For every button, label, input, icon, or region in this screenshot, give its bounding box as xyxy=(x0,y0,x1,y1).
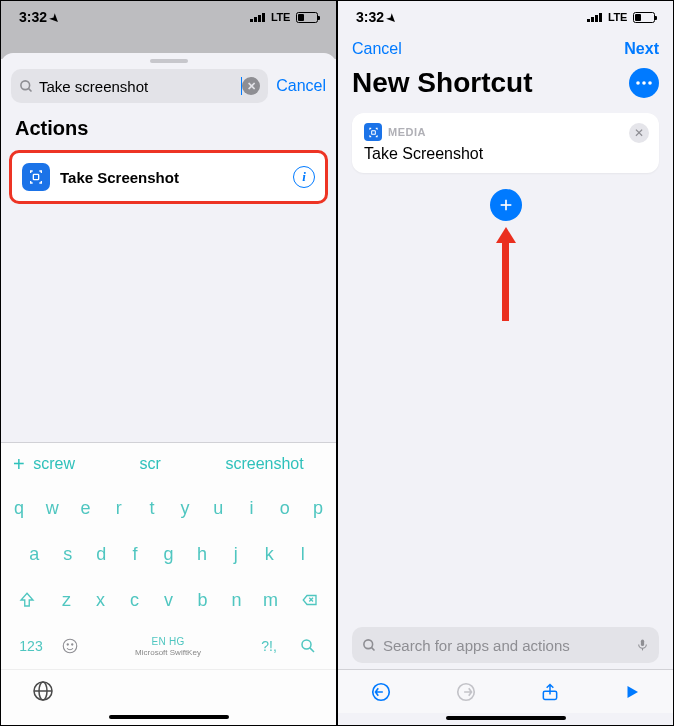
card-category: MEDIA xyxy=(388,126,426,138)
key-e[interactable]: e xyxy=(70,489,100,527)
globe-icon[interactable] xyxy=(31,679,55,703)
signal-bars-icon xyxy=(250,12,265,22)
search-actions-panel: 3:32➤ LTE Take screenshot ✕ Cancel Actio… xyxy=(0,0,337,726)
search-placeholder: Search for apps and actions xyxy=(383,637,570,654)
new-shortcut-panel: 3:32➤ LTE Cancel Next New Shortcut MEDIA… xyxy=(337,0,674,726)
keyboard[interactable]: + screw scr screenshot q w e r t y u i o… xyxy=(1,442,336,725)
suggestion-bar[interactable]: + screw scr screenshot xyxy=(1,443,336,485)
key-row-2: a s d f g h j k l xyxy=(1,531,336,577)
battery-icon xyxy=(633,12,655,23)
key-f[interactable]: f xyxy=(120,535,151,573)
shift-key[interactable] xyxy=(6,581,48,619)
next-button[interactable]: Next xyxy=(624,40,659,58)
screenshot-icon xyxy=(364,123,382,141)
key-m[interactable]: m xyxy=(255,581,286,619)
numeric-key[interactable]: 123 xyxy=(11,627,51,665)
svg-line-1 xyxy=(28,88,31,91)
keyboard-lang: EN HG xyxy=(151,636,184,647)
redo-icon xyxy=(455,681,477,703)
share-icon[interactable] xyxy=(540,681,560,703)
play-icon[interactable] xyxy=(623,683,641,701)
status-bar: 3:32➤ LTE xyxy=(338,1,673,33)
section-header: Actions xyxy=(1,111,336,148)
key-w[interactable]: w xyxy=(37,489,67,527)
suggestion-1[interactable]: screw xyxy=(33,455,75,473)
key-r[interactable]: r xyxy=(104,489,134,527)
remove-action-icon[interactable]: ✕ xyxy=(629,123,649,143)
cancel-button[interactable]: Cancel xyxy=(352,40,402,58)
location-icon: ➤ xyxy=(47,11,63,27)
battery-icon xyxy=(296,12,318,23)
emoji-key[interactable] xyxy=(54,627,85,665)
key-o[interactable]: o xyxy=(270,489,300,527)
status-bar: 3:32➤ LTE xyxy=(1,1,336,33)
key-c[interactable]: c xyxy=(119,581,150,619)
key-d[interactable]: d xyxy=(86,535,117,573)
key-row-1: q w e r t y u i o p xyxy=(1,485,336,531)
key-k[interactable]: k xyxy=(254,535,285,573)
clear-search-icon[interactable]: ✕ xyxy=(242,77,260,95)
key-p[interactable]: p xyxy=(303,489,333,527)
key-t[interactable]: t xyxy=(137,489,167,527)
key-s[interactable]: s xyxy=(53,535,84,573)
svg-line-7 xyxy=(310,648,314,652)
location-icon: ➤ xyxy=(384,11,400,27)
svg-point-5 xyxy=(71,644,72,645)
bottom-toolbar xyxy=(338,669,673,713)
search-text: Take screenshot xyxy=(39,78,242,95)
key-row-4: 123 EN HG Microsoft SwiftKey ?!, xyxy=(1,623,336,669)
key-y[interactable]: y xyxy=(170,489,200,527)
key-h[interactable]: h xyxy=(187,535,218,573)
key-z[interactable]: z xyxy=(51,581,82,619)
svg-point-11 xyxy=(636,81,640,85)
mic-icon[interactable] xyxy=(636,636,649,654)
undo-icon[interactable] xyxy=(370,681,392,703)
key-a[interactable]: a xyxy=(19,535,50,573)
suggestion-3[interactable]: screenshot xyxy=(225,455,303,473)
svg-point-6 xyxy=(302,640,311,649)
sheet-grabber[interactable] xyxy=(150,59,188,63)
key-n[interactable]: n xyxy=(221,581,252,619)
screenshot-icon xyxy=(22,163,50,191)
key-row-3: z x c v b n m xyxy=(1,577,336,623)
svg-rect-19 xyxy=(641,640,644,647)
svg-point-17 xyxy=(364,639,373,648)
title-bar: New Shortcut xyxy=(338,65,673,109)
info-icon[interactable]: i xyxy=(293,166,315,188)
svg-point-3 xyxy=(63,639,77,653)
key-b[interactable]: b xyxy=(187,581,218,619)
more-button[interactable] xyxy=(629,68,659,98)
key-v[interactable]: v xyxy=(153,581,184,619)
key-i[interactable]: i xyxy=(236,489,266,527)
key-l[interactable]: l xyxy=(287,535,318,573)
search-input[interactable]: Take screenshot ✕ xyxy=(11,69,268,103)
cancel-button[interactable]: Cancel xyxy=(276,77,326,95)
space-key[interactable]: EN HG Microsoft SwiftKey xyxy=(88,627,248,665)
key-g[interactable]: g xyxy=(153,535,184,573)
add-action-button[interactable] xyxy=(490,189,522,221)
home-indicator[interactable] xyxy=(446,716,566,720)
add-suggestion-icon[interactable]: + xyxy=(13,453,25,476)
action-take-screenshot[interactable]: Take Screenshot i xyxy=(9,150,328,204)
card-text: Take Screenshot xyxy=(364,145,647,163)
key-q[interactable]: q xyxy=(4,489,34,527)
action-card[interactable]: MEDIA ✕ Take Screenshot xyxy=(352,113,659,173)
globe-bar xyxy=(1,669,336,711)
home-indicator[interactable] xyxy=(109,715,229,719)
carrier-label: LTE xyxy=(608,11,627,23)
symbols-key[interactable]: ?!, xyxy=(251,627,287,665)
search-apps-input[interactable]: Search for apps and actions xyxy=(352,627,659,663)
action-label: Take Screenshot xyxy=(60,169,283,186)
status-time: 3:32 xyxy=(19,9,47,25)
search-key[interactable] xyxy=(290,627,326,665)
keyboard-brand: Microsoft SwiftKey xyxy=(135,648,201,657)
svg-point-4 xyxy=(67,644,68,645)
key-u[interactable]: u xyxy=(203,489,233,527)
key-x[interactable]: x xyxy=(85,581,116,619)
suggestion-2[interactable]: scr xyxy=(140,455,161,473)
dimmed-background: 3:32➤ LTE xyxy=(1,1,336,59)
key-j[interactable]: j xyxy=(220,535,251,573)
carrier-label: LTE xyxy=(271,11,290,23)
backspace-key[interactable] xyxy=(289,581,331,619)
search-icon xyxy=(362,638,377,653)
